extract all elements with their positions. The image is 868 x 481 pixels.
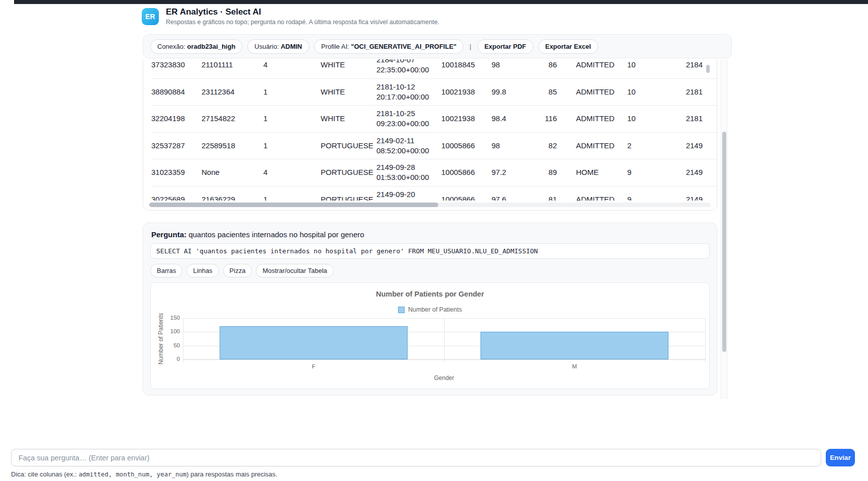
table-cell: 9	[627, 186, 680, 201]
table-row: 32204198271548221WHITE2181-10-25 09:23:0…	[151, 106, 717, 133]
table-horizontal-scrollbar-thumb[interactable]	[149, 203, 438, 207]
table-cell: 82	[532, 132, 562, 159]
table-cell: 2149-09-28 01:53:00+00:00	[376, 159, 441, 186]
table-cell: 2149	[680, 132, 717, 159]
app-header: ER ER Analytics · Select AI Respostas e …	[142, 7, 439, 26]
table-cell: 2181	[680, 106, 717, 133]
table-cell: WHITE	[321, 78, 376, 106]
table-cell: 89	[532, 159, 562, 186]
table-row: 30225689216362291PORTUGUESE2149-09-20 05…	[151, 186, 717, 201]
table-cell: 2184	[680, 59, 717, 78]
sql-statement: SELECT AI 'quantos pacientes internados …	[150, 243, 710, 259]
table-cell: 27154822	[202, 106, 263, 133]
user-pill: Usuário: ADMIN	[247, 39, 309, 54]
table-row: 31023359None4PORTUGUESE2149-09-28 01:53:…	[151, 159, 717, 186]
table-cell: ADMITTED	[562, 132, 627, 159]
page-title: ER Analytics · Select AI	[166, 7, 439, 17]
composer-bar: Enviar Dica: cite colunas (ex.: admitted…	[0, 445, 868, 481]
profile-pill: Profile AI: "OCI_GENERATIVE_AI_PROFILE"	[314, 39, 463, 54]
table-cell: 32537287	[151, 132, 202, 159]
table-cell: 97.6	[492, 186, 532, 201]
table-cell: 2181	[680, 78, 717, 106]
gridline	[705, 318, 706, 362]
table-cell: ADMITTED	[562, 106, 627, 133]
question-label: Pergunta:	[151, 230, 188, 239]
table-cell: 85	[532, 78, 562, 106]
table-cell: 4	[263, 59, 321, 78]
table-cell: 30225689	[151, 186, 202, 201]
x-axis-title: Gender	[183, 374, 705, 381]
table-cell: 38890884	[151, 78, 202, 106]
send-button[interactable]: Enviar	[826, 449, 855, 466]
table-cell: 4	[263, 159, 321, 186]
y-tick-label: 150	[160, 315, 180, 321]
response-card: Pergunta: quantos pacientes internados n…	[143, 223, 717, 396]
table-cell: ADMITTED	[562, 78, 627, 106]
export-pdf-button[interactable]: Exportar PDF	[477, 39, 533, 54]
app-logo: ER	[142, 8, 159, 25]
page-scrollbar[interactable]	[721, 59, 727, 399]
table-cell: ADMITTED	[562, 186, 627, 201]
table-cell: 10	[627, 59, 680, 78]
y-tick-label: 100	[160, 328, 180, 334]
table-cell: 2149-02-11 08:52:00+00:00	[376, 132, 441, 159]
y-tick-label: 0	[160, 356, 180, 362]
table-cell: 97.2	[492, 159, 532, 186]
table-cell: 98	[492, 59, 532, 78]
table-horizontal-scrollbar[interactable]	[149, 203, 711, 207]
question-input[interactable]	[11, 449, 821, 466]
table-cell: 37323830	[151, 59, 202, 78]
hint-text: Dica: cite colunas (ex.: admitted, month…	[11, 470, 277, 478]
table-cell: 1	[263, 106, 321, 133]
y-axis-title: Number of Patients	[157, 299, 164, 379]
table-row: 32537287225895181PORTUGUESE2149-02-11 08…	[151, 132, 717, 159]
table-cell: 31023359	[151, 159, 202, 186]
table-cell: PORTUGUESE	[321, 159, 376, 186]
table-cell: 1	[263, 78, 321, 106]
chip-pizza[interactable]: Pizza	[223, 264, 252, 277]
table-vertical-scrollbar-thumb[interactable]	[706, 65, 710, 73]
responses-scroll-region[interactable]: 37323830211011114WHITE2184-10-07 22:35:0…	[143, 59, 717, 399]
table-cell: 2	[627, 132, 680, 159]
chart-card: Number of Patients por Gender Number of …	[150, 282, 710, 389]
chip-barras[interactable]: Barras	[150, 264, 182, 277]
table-cell: 10021938	[441, 78, 492, 106]
table-cell: 10	[627, 78, 680, 106]
table-cell: 10005866	[441, 159, 492, 186]
table-cell: 86	[532, 59, 562, 78]
question-line: Pergunta: quantos pacientes internados n…	[151, 230, 710, 239]
y-tick-label: 50	[160, 342, 180, 348]
table-cell: HOME	[562, 159, 627, 186]
page-subtitle: Respostas e gráficos no topo; pergunta n…	[166, 19, 439, 26]
table-cell: 81	[532, 186, 562, 201]
table-cell: PORTUGUESE	[321, 186, 376, 201]
chip-linhas[interactable]: Linhas	[186, 264, 219, 277]
table-cell: 2184-10-07 22:35:00+00:00	[376, 59, 441, 78]
page-scrollbar-thumb[interactable]	[722, 132, 726, 352]
table-cell: WHITE	[321, 59, 376, 78]
hint-code: admitted, month_num, year_num	[78, 471, 186, 478]
gridline	[444, 318, 445, 362]
results-table: 37323830211011114WHITE2184-10-07 22:35:0…	[151, 59, 717, 201]
connection-pill: Conexão: oradb23ai_high	[150, 39, 242, 54]
bar-m	[480, 332, 668, 359]
table-cell: None	[202, 159, 263, 186]
toolbar-separator: |	[468, 43, 472, 50]
table-cell: 10005866	[441, 132, 492, 159]
export-excel-button[interactable]: Exportar Excel	[538, 39, 598, 54]
chart-plot-area: 050100150FM	[183, 283, 705, 389]
gridline	[183, 318, 183, 362]
table-cell: 23112364	[202, 78, 263, 106]
table-cell: 2181-10-25 09:23:00+00:00	[376, 106, 441, 133]
table-cell: PORTUGUESE	[321, 132, 376, 159]
results-table-viewport: 37323830211011114WHITE2184-10-07 22:35:0…	[143, 59, 717, 201]
x-tick-label: M	[559, 363, 590, 369]
chart-type-chips: BarrasLinhasPizzaMostrar/ocultar Tabela	[150, 264, 710, 277]
chip-mostrar-ocultar-tabela[interactable]: Mostrar/ocultar Tabela	[256, 264, 333, 277]
table-cell: 99.8	[492, 78, 532, 106]
toolbar: Conexão: oradb23ai_high Usuário: ADMIN P…	[143, 34, 732, 58]
table-cell: 98	[492, 132, 532, 159]
x-tick-label: F	[299, 363, 329, 369]
table-cell: 10018845	[441, 59, 492, 78]
table-cell: 1	[263, 132, 321, 159]
